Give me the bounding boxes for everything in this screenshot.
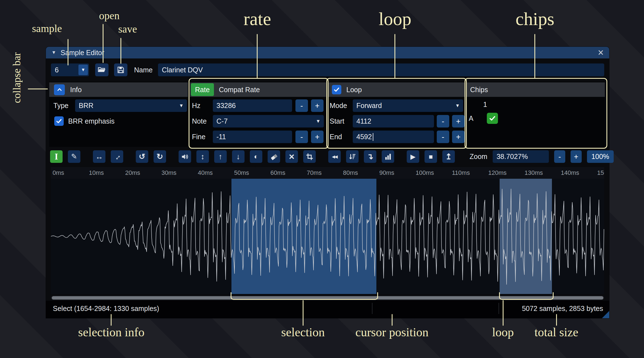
timeline-tick: 60ms bbox=[270, 169, 285, 176]
timeline-tick: 140ms bbox=[561, 169, 579, 176]
crop-icon bbox=[306, 153, 314, 161]
undo-icon: ↺ bbox=[139, 152, 145, 161]
loop-end-decrement-button[interactable]: - bbox=[437, 131, 449, 143]
trim-button[interactable] bbox=[303, 150, 316, 163]
redo-button[interactable]: ↻ bbox=[154, 150, 166, 163]
chips-annotation: chips bbox=[515, 8, 554, 30]
delete-button[interactable]: × bbox=[285, 150, 298, 163]
name-input[interactable]: Clarinet DQV bbox=[158, 63, 604, 76]
cursor-position-annotation: cursor position bbox=[356, 325, 429, 339]
loop-annotation: loop bbox=[379, 8, 411, 30]
draw-tool-button[interactable]: ✎ bbox=[68, 150, 80, 163]
selection-annotation: selection bbox=[281, 325, 325, 339]
waveform-display[interactable] bbox=[51, 179, 604, 294]
zoom-input-value: 38.7027% bbox=[497, 153, 528, 161]
note-dropdown-value: C-7 bbox=[216, 117, 228, 125]
note-label: Note bbox=[192, 115, 207, 127]
folder-open-icon bbox=[98, 66, 106, 74]
resample-button[interactable]: ↔ bbox=[111, 150, 123, 163]
loop-mode-label: Mode bbox=[330, 99, 347, 112]
hz-input[interactable]: 33286 bbox=[213, 99, 292, 112]
timeline-tick: 20ms bbox=[125, 169, 140, 176]
check-icon bbox=[333, 86, 340, 93]
timeline-tick: 150ms bbox=[597, 169, 604, 176]
redo-icon: ↻ bbox=[157, 152, 163, 161]
window-collapse-icon[interactable]: ▼ bbox=[51, 50, 56, 55]
rate-badge[interactable]: Rate bbox=[191, 83, 214, 96]
status-separator bbox=[372, 303, 372, 314]
chevron-down-icon[interactable]: ▼ bbox=[78, 65, 88, 75]
sample-selector[interactable]: 6 ▼ bbox=[51, 63, 89, 76]
reverse-button[interactable]: ◀◀ bbox=[328, 150, 341, 163]
silence-button[interactable] bbox=[268, 150, 280, 163]
loop-panel: Loop Mode Forward ▼ Start 4112 - + End 4… bbox=[328, 82, 465, 147]
open-button[interactable] bbox=[95, 63, 108, 76]
stop-preview-button[interactable]: ■ bbox=[425, 150, 437, 163]
fine-decrement-button[interactable]: - bbox=[295, 131, 308, 143]
pencil-icon: ✎ bbox=[71, 152, 77, 161]
fade-out-button[interactable]: ↓ bbox=[232, 150, 245, 163]
save-button[interactable] bbox=[114, 63, 127, 76]
fade-in-button[interactable]: ↑ bbox=[214, 150, 227, 163]
loop-end-increment-button[interactable]: + bbox=[452, 131, 465, 143]
loop-mode-dropdown[interactable]: Forward ▼ bbox=[353, 99, 463, 112]
create-wavetable-button[interactable]: ↥ bbox=[442, 150, 455, 163]
hz-increment-button[interactable]: + bbox=[311, 99, 324, 112]
loop-start-label: Start bbox=[330, 115, 344, 127]
zoom-out-button[interactable]: - bbox=[554, 150, 565, 163]
timeline-tick: 80ms bbox=[343, 169, 358, 176]
rate-annotation: rate bbox=[244, 8, 271, 30]
eraser-icon bbox=[270, 153, 278, 161]
downmix-button[interactable]: ↴ bbox=[364, 150, 376, 163]
fine-label: Fine bbox=[192, 131, 206, 143]
loop-start-decrement-button[interactable]: - bbox=[437, 115, 449, 127]
timeline-tick: 130ms bbox=[525, 169, 543, 176]
hz-decrement-button[interactable]: - bbox=[295, 99, 308, 112]
loop-end-input[interactable]: 4592 bbox=[353, 131, 434, 143]
name-input-value: Clarinet DQV bbox=[162, 66, 203, 74]
chips-panel-title: Chips bbox=[470, 86, 488, 94]
filter-button[interactable] bbox=[382, 150, 394, 163]
zoom-reset-button[interactable]: 100% bbox=[587, 150, 614, 163]
note-dropdown[interactable]: C-7 ▼ bbox=[213, 115, 324, 127]
signed-exchange-button[interactable] bbox=[346, 150, 359, 163]
resize-grip[interactable] bbox=[602, 311, 609, 318]
loop-start-increment-button[interactable]: + bbox=[452, 115, 465, 127]
fine-input[interactable]: -11 bbox=[213, 131, 292, 143]
scrollbar-thumb[interactable] bbox=[52, 296, 603, 300]
undo-button[interactable]: ↺ bbox=[136, 150, 148, 163]
amplify-button[interactable] bbox=[179, 150, 191, 163]
waveform-path bbox=[51, 189, 604, 285]
close-icon[interactable]: × bbox=[598, 47, 604, 58]
loop-bottom-annotation: loop bbox=[492, 325, 514, 339]
invert-button[interactable]: ◐ bbox=[250, 150, 262, 163]
timeline-tick: 30ms bbox=[162, 169, 177, 176]
sample-toolbar: I ✎ ↔ ↔ ↺ ↻ ↕ ↑ ↓ ◐ × bbox=[50, 149, 614, 164]
emphasis-row: BRR emphasis bbox=[49, 115, 188, 127]
normalize-button[interactable]: ↕ bbox=[196, 150, 209, 163]
status-bar: Select (1654-2984: 1330 samples) 5072 sa… bbox=[46, 301, 609, 318]
select-tool-button[interactable]: I bbox=[50, 150, 63, 163]
zoom-in-button[interactable]: + bbox=[571, 150, 582, 163]
resize-button[interactable]: ↔ bbox=[93, 150, 105, 163]
loop-start-input[interactable]: 4112 bbox=[353, 115, 434, 127]
type-dropdown[interactable]: BRR ▼ bbox=[75, 99, 187, 112]
floppy-disk-icon bbox=[117, 66, 125, 74]
total-size-text: 5072 samples, 2853 bytes bbox=[522, 301, 603, 316]
timeline-ruler[interactable]: 0ms10ms20ms30ms40ms50ms60ms70ms80ms90ms1… bbox=[51, 167, 604, 179]
chevron-down-icon: ▼ bbox=[179, 103, 184, 109]
brr-emphasis-checkbox[interactable] bbox=[54, 116, 64, 126]
timeline-tick: 90ms bbox=[379, 169, 394, 176]
fine-increment-button[interactable]: + bbox=[311, 131, 324, 143]
loop-mode-value: Forward bbox=[356, 102, 382, 110]
chevron-up-icon bbox=[56, 86, 63, 93]
chip-enable-checkbox[interactable] bbox=[487, 113, 498, 124]
info-panel: Info Type BRR ▼ BRR emphasis bbox=[49, 82, 188, 147]
zoom-input[interactable]: 38.7027% bbox=[493, 150, 549, 163]
collapse-bar-button[interactable] bbox=[54, 84, 65, 95]
waveform-scrollbar[interactable] bbox=[51, 296, 604, 300]
titlebar[interactable]: ▼ Sample Editor × bbox=[46, 47, 609, 58]
loop-enable-checkbox[interactable] bbox=[332, 85, 341, 94]
preview-button[interactable]: ▶ bbox=[407, 150, 419, 163]
cross-icon: × bbox=[289, 151, 295, 162]
